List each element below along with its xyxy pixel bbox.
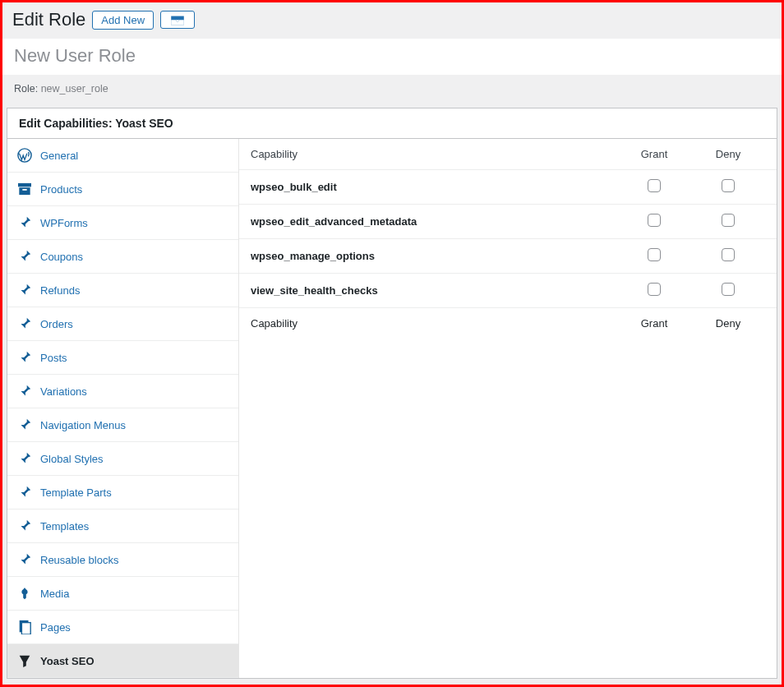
deny-cell (691, 214, 765, 229)
capabilities-panel: Edit Capabilities: Yoast SEO GeneralProd… (7, 108, 777, 679)
sidebar-item-products[interactable]: Products (7, 173, 238, 206)
grant-checkbox[interactable] (648, 214, 661, 227)
pin-icon (17, 249, 32, 264)
role-slug-label: Role: (14, 83, 38, 95)
sidebar-item-label: Template Parts (40, 486, 112, 499)
sidebar-item-label: Products (40, 183, 82, 196)
sidebar-item-orders[interactable]: Orders (7, 307, 238, 341)
panel-heading: Edit Capabilities: Yoast SEO (7, 108, 777, 139)
capability-name: wpseo_bulk_edit (251, 181, 617, 193)
capability-row: wpseo_edit_advanced_metadata (239, 205, 777, 239)
sidebar-item-label: Yoast SEO (40, 655, 95, 667)
sidebar-item-label: Media (40, 588, 69, 600)
col-grant: Grant (617, 148, 691, 160)
capability-row: wpseo_manage_options (239, 239, 777, 274)
deny-checkbox[interactable] (722, 214, 735, 227)
role-slug-value: new_user_role (41, 83, 108, 95)
sidebar-item-label: Templates (40, 520, 89, 533)
sidebar-item-reusable-blocks[interactable]: Reusable blocks (7, 543, 238, 577)
sidebar-item-label: Posts (40, 352, 67, 364)
sidebar-item-wpforms[interactable]: WPForms (7, 206, 238, 240)
col-deny: Deny (691, 148, 765, 160)
pin-icon (17, 215, 32, 230)
inbox-button[interactable] (160, 11, 195, 29)
svg-rect-1 (18, 183, 31, 187)
grant-checkbox[interactable] (648, 248, 661, 261)
grant-checkbox[interactable] (648, 179, 661, 192)
grant-cell (617, 248, 691, 264)
sidebar-item-global-styles[interactable]: Global Styles (7, 442, 238, 476)
capability-row: wpseo_bulk_edit (239, 170, 777, 205)
sidebar-item-posts[interactable]: Posts (7, 341, 238, 375)
pin-icon (17, 519, 32, 533)
pin-icon (17, 485, 32, 500)
role-display-name-box: New User Role (2, 39, 782, 75)
table-header-row: Capability Grant Deny (239, 139, 777, 170)
inbox-icon (169, 15, 186, 26)
sidebar-item-label: WPForms (40, 217, 88, 229)
capability-group-sidebar: GeneralProductsWPFormsCouponsRefundsOrde… (7, 139, 239, 678)
yoast-icon (17, 653, 32, 668)
col-capability: Capability (251, 317, 617, 330)
sidebar-item-variations[interactable]: Variations (7, 375, 238, 408)
sidebar-item-templates[interactable]: Templates (7, 509, 238, 543)
sidebar-item-media[interactable]: Media (7, 577, 238, 611)
sidebar-item-label: General (40, 150, 78, 162)
page-title: Edit Role (12, 9, 85, 30)
page-header: Edit Role Add New (2, 2, 782, 39)
col-deny: Deny (691, 317, 765, 330)
svg-rect-2 (19, 187, 30, 195)
sidebar-item-label: Coupons (40, 251, 83, 263)
sidebar-item-label: Navigation Menus (40, 419, 126, 431)
sidebar-item-refunds[interactable]: Refunds (7, 274, 238, 307)
col-capability: Capability (251, 148, 617, 160)
archive-icon (17, 182, 32, 196)
svg-rect-5 (21, 623, 30, 634)
capability-name: wpseo_edit_advanced_metadata (251, 215, 617, 228)
sidebar-item-template-parts[interactable]: Template Parts (7, 476, 238, 509)
grant-cell (617, 179, 691, 195)
pin-icon (17, 316, 32, 331)
deny-checkbox[interactable] (722, 179, 735, 192)
pin-icon (17, 384, 32, 399)
sidebar-item-coupons[interactable]: Coupons (7, 240, 238, 274)
page-icon (17, 620, 32, 634)
svg-rect-3 (22, 189, 26, 191)
wordpress-icon (17, 148, 32, 163)
deny-checkbox[interactable] (722, 248, 735, 261)
sidebar-item-label: Variations (40, 385, 87, 398)
table-footer-row: Capability Grant Deny (239, 308, 777, 339)
sidebar-item-label: Orders (40, 318, 73, 330)
media-icon (17, 586, 32, 601)
pin-icon (17, 417, 32, 432)
capability-row: view_site_health_checks (239, 274, 777, 308)
grant-checkbox[interactable] (648, 283, 661, 296)
pin-icon (17, 552, 32, 567)
deny-checkbox[interactable] (722, 283, 735, 296)
pin-icon (17, 451, 32, 466)
capability-name: view_site_health_checks (251, 284, 617, 297)
capability-name: wpseo_manage_options (251, 250, 617, 262)
deny-cell (691, 179, 765, 195)
add-new-button[interactable]: Add New (92, 11, 154, 30)
sidebar-item-pages[interactable]: Pages (7, 611, 238, 644)
role-slug-line: Role: new_user_role (2, 75, 782, 108)
capability-table: Capability Grant Deny wpseo_bulk_editwps… (239, 139, 777, 678)
grant-cell (617, 214, 691, 229)
sidebar-item-yoast-seo[interactable]: Yoast SEO (7, 644, 238, 678)
sidebar-item-navigation-menus[interactable]: Navigation Menus (7, 408, 238, 442)
sidebar-item-label: Reusable blocks (40, 554, 118, 566)
deny-cell (691, 248, 765, 264)
col-grant: Grant (617, 317, 691, 330)
deny-cell (691, 283, 765, 298)
pin-icon (17, 283, 32, 297)
sidebar-item-general[interactable]: General (7, 139, 238, 173)
sidebar-item-label: Refunds (40, 284, 80, 297)
grant-cell (617, 283, 691, 298)
sidebar-item-label: Global Styles (40, 453, 104, 465)
sidebar-item-label: Pages (40, 621, 71, 634)
pin-icon (17, 350, 32, 365)
role-display-name: New User Role (14, 45, 770, 67)
